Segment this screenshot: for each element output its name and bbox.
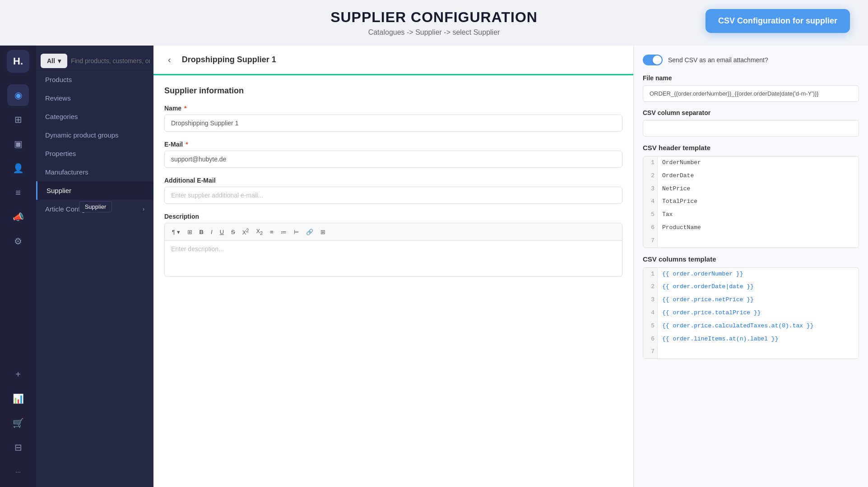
subscript-button[interactable]: X2 [253, 226, 265, 238]
main-layout: H. ◉ ⊞ ▣ 👤 ≡ 📣 ⚙ + 📊 🛒 ⊟ ··· All ▾ [0, 46, 868, 487]
sidebar-item-grid[interactable]: ⊞ [7, 109, 29, 130]
sidebar-item-properties[interactable]: Properties [36, 144, 153, 163]
italic-button[interactable]: I [208, 227, 215, 237]
description-editor[interactable]: Enter description... [164, 241, 622, 277]
line-content [658, 234, 859, 248]
columns-template-label: CSV columns template [643, 255, 859, 263]
header-template-editor[interactable]: 1OrderNumber2OrderDate3NetPrice4TotalPri… [643, 156, 859, 248]
list-ordered-button[interactable]: ⊨ [291, 227, 302, 237]
email-input[interactable] [164, 151, 622, 168]
line-number: 7 [643, 234, 658, 248]
line-number: 5 [643, 320, 658, 333]
sidebar-item-manufacturers-label: Manufacturers [45, 168, 88, 176]
header-template-label: CSV header template [643, 144, 859, 152]
sidebar-item-supplier[interactable]: Supplier Supplier [36, 181, 153, 200]
code-line: 1OrderNumber [643, 156, 859, 170]
sidebar-item-dashboard[interactable]: ◉ [7, 84, 29, 106]
sidebar-item-reviews[interactable]: Reviews [36, 89, 153, 107]
line-content: {{ order.price.totalPrice }} [658, 307, 859, 320]
supplier-content: Supplier information Name * E-Mail * [153, 75, 633, 487]
sidebar-item-dynamic-product-groups[interactable]: Dynamic product groups [36, 126, 153, 144]
sidebar-item-categories[interactable]: Categories [36, 107, 153, 126]
header-template-group: CSV header template 1OrderNumber2OrderDa… [643, 144, 859, 248]
line-content: ProductName [658, 221, 859, 234]
csv-config-panel: Send CSV as an email attachment? File na… [633, 46, 868, 487]
sidebar-item-properties-label: Properties [45, 150, 76, 157]
line-content: {{ order.price.netPrice }} [658, 294, 859, 307]
file-name-group: File name [643, 74, 859, 109]
section-title: Supplier information [164, 86, 622, 96]
sidebar-item-manufacturers[interactable]: Manufacturers [36, 163, 153, 181]
sidebar-item-dynamic-label: Dynamic product groups [45, 131, 119, 139]
line-number: 2 [643, 170, 658, 183]
sidebar-item-plus[interactable]: + [7, 363, 29, 385]
sidebar-item-categories-label: Categories [45, 113, 78, 120]
email-field-group: E-Mail * [164, 141, 622, 168]
back-button[interactable]: ‹ [164, 53, 175, 67]
email-label-text: E-Mail [164, 141, 183, 148]
email-label: E-Mail * [164, 141, 622, 148]
columns-template-editor[interactable]: 1{{ order.orderNumber }}2{{ order.orderD… [643, 267, 859, 359]
description-field-group: Description ¶ ▾ ⊞ B I U S X2 X2 ≡ ≔ ⊨ 🔗 [164, 213, 622, 277]
icon-bar: H. ◉ ⊞ ▣ 👤 ≡ 📣 ⚙ + 📊 🛒 ⊟ ··· [0, 46, 36, 487]
sidebar-nav: All ▾ Products Reviews Categories Dynami… [36, 46, 153, 487]
bold-button[interactable]: B [197, 227, 206, 237]
arrow-icon: › [143, 206, 144, 212]
separator-input[interactable] [643, 120, 859, 137]
line-number: 1 [643, 268, 658, 281]
dropdown-chevron-icon: ▾ [58, 57, 61, 64]
code-line: 5Tax [643, 208, 859, 221]
additional-email-input[interactable] [164, 187, 622, 204]
table-button[interactable]: ⊞ [318, 227, 328, 237]
line-number: 4 [643, 307, 658, 320]
link-button[interactable]: 🔗 [303, 227, 316, 237]
line-number: 5 [643, 208, 658, 221]
sidebar-item-barchart[interactable]: 📊 [7, 388, 29, 409]
line-number: 6 [643, 333, 658, 346]
line-content: {{ order.price.calculatedTaxes.at(0).tax… [658, 320, 859, 333]
main-panel: ‹ Dropshipping Supplier 1 Supplier infor… [153, 46, 633, 487]
sidebar-item-products[interactable]: Products [36, 70, 153, 89]
file-name-input[interactable] [643, 85, 859, 102]
sidebar-item-box[interactable]: ▣ [7, 133, 29, 155]
format-button[interactable]: ⊞ [185, 227, 195, 237]
code-line: 1{{ order.orderNumber }} [643, 268, 859, 281]
sidebar-item-cart[interactable]: 🛒 [7, 412, 29, 434]
content-area: All ▾ Products Reviews Categories Dynami… [36, 46, 868, 487]
paragraph-button[interactable]: ¶ ▾ [169, 227, 183, 237]
global-search-input[interactable] [71, 57, 150, 64]
line-content: OrderDate [658, 170, 859, 183]
email-attachment-toggle[interactable] [643, 55, 663, 65]
separator-group: CSV column separator [643, 109, 859, 144]
line-number: 6 [643, 221, 658, 234]
csv-panel-inner: Send CSV as an email attachment? File na… [634, 46, 868, 487]
sidebar-item-settings[interactable]: ⚙ [7, 230, 29, 252]
sidebar-item-list[interactable]: ≡ [7, 182, 29, 203]
line-content [658, 345, 859, 358]
additional-email-label: Additional E-Mail [164, 177, 622, 184]
dropdown-label: All [47, 57, 55, 64]
page-header: SUPPLIER CONFIGURATION Catalogues -> Sup… [0, 0, 868, 46]
code-line: 7 [643, 345, 859, 358]
strikethrough-button[interactable]: S [228, 227, 238, 237]
logo-text: H. [13, 55, 23, 67]
description-editor-toolbar: ¶ ▾ ⊞ B I U S X2 X2 ≡ ≔ ⊨ 🔗 ⊞ [164, 223, 622, 241]
line-content: {{ order.lineItems.at(n).label }} [658, 333, 859, 346]
all-dropdown[interactable]: All ▾ [41, 54, 67, 68]
sidebar-item-table[interactable]: ⊟ [7, 436, 29, 458]
code-line: 4TotalPrice [643, 195, 859, 208]
superscript-button[interactable]: X2 [240, 226, 252, 238]
csv-config-button[interactable]: CSV Configuration for supplier [706, 9, 850, 33]
code-line: 3NetPrice [643, 183, 859, 196]
description-label: Description [164, 213, 622, 220]
list-unordered-button[interactable]: ≔ [278, 227, 289, 237]
underline-button[interactable]: U [217, 227, 227, 237]
sidebar-item-more[interactable]: ··· [7, 461, 29, 482]
align-button[interactable]: ≡ [267, 227, 276, 237]
sidebar-item-users[interactable]: 👤 [7, 157, 29, 179]
sidebar-item-megaphone[interactable]: 📣 [7, 206, 29, 228]
separator-label: CSV column separator [643, 109, 859, 116]
name-input[interactable] [164, 115, 622, 132]
toggle-label: Send CSV as an email attachment? [668, 56, 768, 64]
code-line: 2{{ order.orderDate|date }} [643, 280, 859, 294]
